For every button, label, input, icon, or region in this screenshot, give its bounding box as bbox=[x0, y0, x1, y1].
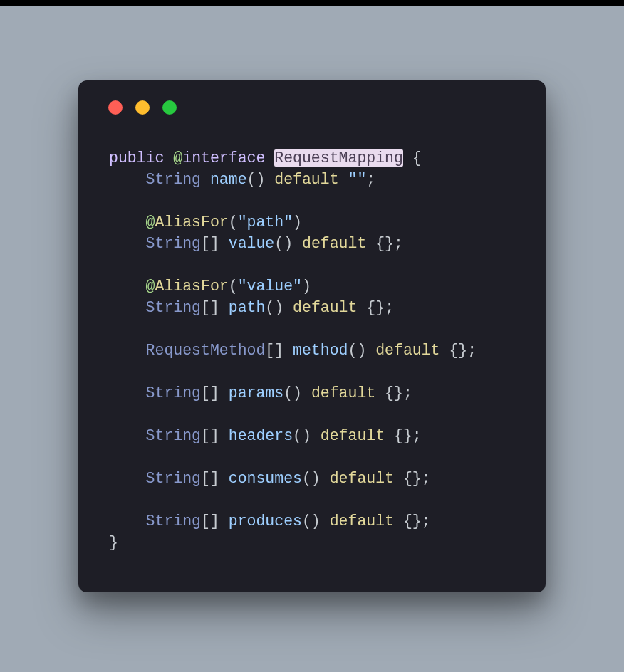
method-value: value bbox=[229, 235, 275, 252]
array-brackets: [] bbox=[201, 299, 229, 316]
method-name: name bbox=[201, 171, 247, 188]
default-value: {} bbox=[394, 470, 422, 487]
default-value: {} bbox=[366, 235, 394, 252]
string-literal: "value" bbox=[238, 278, 302, 295]
code-line-1: public @interface RequestMapping { bbox=[109, 149, 422, 167]
at-symbol: @ bbox=[146, 278, 155, 295]
keyword-default: default bbox=[330, 470, 394, 487]
semicolon: ; bbox=[412, 427, 422, 444]
type-string: String bbox=[146, 427, 201, 444]
default-value: {} bbox=[375, 384, 403, 401]
parens: () bbox=[247, 171, 275, 188]
annotation-aliasfor: AliasFor bbox=[155, 214, 229, 231]
semicolon: ; bbox=[467, 342, 477, 359]
parens: () bbox=[284, 384, 311, 401]
minimize-icon[interactable] bbox=[135, 100, 150, 115]
method-produces: produces bbox=[229, 513, 302, 530]
array-brackets: [] bbox=[265, 342, 293, 359]
code-line-10: String[] consumes() default {}; bbox=[146, 470, 431, 487]
keyword-default: default bbox=[330, 513, 394, 530]
parens: () bbox=[302, 513, 330, 530]
type-string: String bbox=[146, 470, 201, 487]
at-symbol: @ bbox=[173, 149, 182, 167]
semicolon: ; bbox=[422, 470, 431, 487]
at-symbol: @ bbox=[146, 214, 155, 231]
code-line-2: String name() default ""; bbox=[146, 171, 376, 188]
keyword-default: default bbox=[321, 427, 385, 444]
keyword-interface: interface bbox=[182, 149, 265, 167]
array-brackets: [] bbox=[201, 384, 229, 401]
string-literal: "path" bbox=[238, 214, 293, 231]
keyword-default: default bbox=[302, 235, 366, 252]
method-params: params bbox=[229, 384, 284, 401]
method-method: method bbox=[293, 342, 348, 359]
code-line-4: String[] value() default {}; bbox=[146, 235, 403, 252]
array-brackets: [] bbox=[201, 235, 229, 252]
code-line-11: String[] produces() default {}; bbox=[146, 513, 431, 530]
paren-close: ) bbox=[293, 214, 302, 231]
code-window: public @interface RequestMapping { Strin… bbox=[78, 80, 546, 592]
traffic-lights bbox=[100, 100, 524, 115]
parens: () bbox=[302, 470, 330, 487]
parens: () bbox=[293, 427, 321, 444]
maximize-icon[interactable] bbox=[162, 100, 177, 115]
classname-highlighted: RequestMapping bbox=[274, 149, 403, 167]
brace-open: { bbox=[403, 149, 422, 167]
array-brackets: [] bbox=[201, 470, 229, 487]
keyword-default: default bbox=[274, 171, 338, 188]
code-line-9: String[] headers() default {}; bbox=[146, 427, 422, 444]
type-string: String bbox=[146, 235, 201, 252]
array-brackets: [] bbox=[201, 427, 229, 444]
default-value: {} bbox=[440, 342, 468, 359]
parens: () bbox=[265, 299, 293, 316]
paren-open: ( bbox=[229, 278, 238, 295]
type-string: String bbox=[146, 171, 201, 188]
code-line-7: RequestMethod[] method() default {}; bbox=[146, 342, 477, 359]
semicolon: ; bbox=[385, 299, 394, 316]
type-string: String bbox=[146, 384, 201, 401]
keyword-default: default bbox=[375, 342, 440, 359]
keyword-default: default bbox=[293, 299, 357, 316]
type-requestmethod: RequestMethod bbox=[146, 342, 266, 359]
code-line-5: @AliasFor("value") bbox=[146, 278, 311, 295]
paren-open: ( bbox=[229, 214, 238, 231]
annotation-aliasfor: AliasFor bbox=[155, 278, 229, 295]
default-value: {} bbox=[394, 513, 422, 530]
default-value: {} bbox=[385, 427, 412, 444]
semicolon: ; bbox=[422, 513, 431, 530]
page-top-bar bbox=[0, 0, 624, 6]
default-value: {} bbox=[357, 299, 385, 316]
method-path: path bbox=[229, 299, 266, 316]
semicolon: ; bbox=[403, 384, 412, 401]
parens: () bbox=[274, 235, 302, 252]
brace-close: } bbox=[109, 534, 118, 551]
type-string: String bbox=[146, 513, 201, 530]
method-consumes: consumes bbox=[229, 470, 302, 487]
close-icon[interactable] bbox=[108, 100, 123, 115]
semicolon: ; bbox=[394, 235, 403, 252]
semicolon: ; bbox=[366, 171, 375, 188]
default-value: "" bbox=[339, 171, 367, 188]
method-headers: headers bbox=[229, 427, 293, 444]
code-content: public @interface RequestMapping { Strin… bbox=[100, 147, 524, 553]
paren-close: ) bbox=[302, 278, 311, 295]
keyword-public: public bbox=[109, 149, 164, 167]
keyword-default: default bbox=[311, 384, 375, 401]
type-string: String bbox=[146, 299, 201, 316]
code-line-12: } bbox=[109, 534, 118, 551]
array-brackets: [] bbox=[201, 513, 229, 530]
code-line-8: String[] params() default {}; bbox=[146, 384, 412, 401]
parens: () bbox=[348, 342, 375, 359]
code-line-6: String[] path() default {}; bbox=[146, 299, 394, 316]
code-line-3: @AliasFor("path") bbox=[146, 214, 302, 231]
